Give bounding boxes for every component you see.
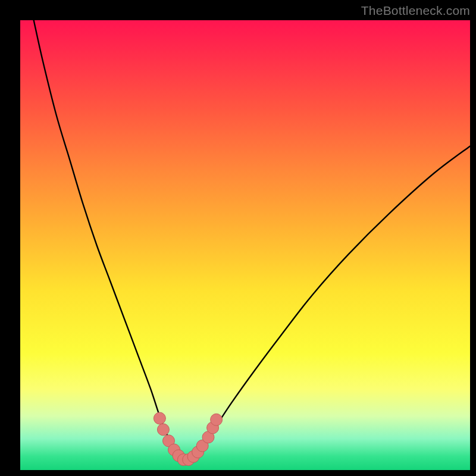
highlight-dots-group (154, 412, 222, 466)
watermark-text: TheBottleneck.com (361, 4, 470, 18)
bottleneck-curve (34, 20, 470, 461)
curve-svg (20, 20, 470, 470)
highlight-dot (154, 412, 165, 424)
highlight-dot (211, 414, 223, 425)
chart-frame: TheBottleneck.com (0, 0, 476, 476)
plot-area (20, 20, 470, 470)
highlight-dot (157, 424, 169, 436)
